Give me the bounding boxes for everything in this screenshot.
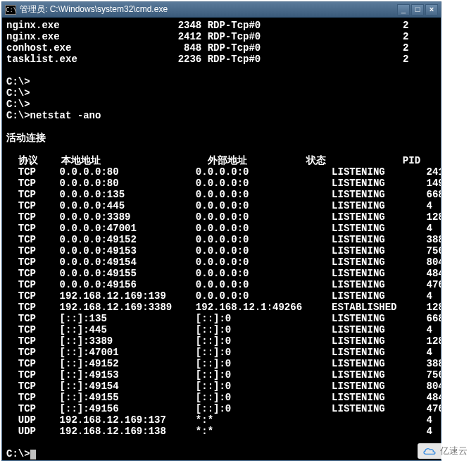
terminal-line	[6, 437, 437, 448]
terminal-line: TCP [::]:49153 [::]:0 LISTENING 756	[6, 369, 437, 381]
terminal-line: TCP [::]:49152 [::]:0 LISTENING 388	[6, 358, 437, 369]
titlebar[interactable]: C:\ 管理员: C:\Windows\system32\cmd.exe _ □…	[2, 2, 441, 18]
terminal-line	[6, 121, 437, 132]
terminal-line: TCP 0.0.0.0:49152 0.0.0.0:0 LISTENING 38…	[6, 234, 437, 245]
window-title: 管理员: C:\Windows\system32\cmd.exe	[20, 4, 397, 16]
terminal-line: TCP 0.0.0.0:445 0.0.0.0:0 LISTENING 4	[6, 200, 437, 211]
terminal-line: tasklist.exe 2236 RDP-Tcp#0 2 5,836 K	[6, 54, 437, 65]
terminal-line: TCP 0.0.0.0:49155 0.0.0.0:0 LISTENING 48…	[6, 268, 437, 279]
terminal-line: TCP 0.0.0.0:47001 0.0.0.0:0 LISTENING 4	[6, 223, 437, 234]
terminal-line: nginx.exe 2348 RDP-Tcp#0 2 5,392 K	[6, 20, 437, 31]
terminal-line: conhost.exe 848 RDP-Tcp#0 2 3,004 K	[6, 42, 437, 54]
terminal-line: TCP 192.168.12.169:3389 192.168.12.1:492…	[6, 302, 437, 313]
minimize-button[interactable]: _	[397, 4, 410, 16]
cloud-icon	[422, 446, 437, 456]
terminal-line: TCP 0.0.0.0:80 0.0.0.0:0 LISTENING 1492	[6, 178, 437, 189]
prompt-line: C:\>	[6, 448, 437, 459]
terminal-line: C:\>	[6, 76, 437, 87]
terminal-line: TCP 0.0.0.0:80 0.0.0.0:0 LISTENING 2412	[6, 166, 437, 178]
terminal-line: TCP [::]:49155 [::]:0 LISTENING 484	[6, 392, 437, 403]
maximize-button[interactable]: □	[411, 4, 424, 16]
terminal-line: TCP [::]:3389 [::]:0 LISTENING 1284	[6, 335, 437, 347]
terminal-line: C:\>	[6, 99, 437, 110]
terminal-line: 协议 本地地址 外部地址 状态 PID	[6, 155, 437, 166]
terminal-line: TCP [::]:445 [::]:0 LISTENING 4	[6, 324, 437, 335]
close-button[interactable]: ×	[425, 4, 438, 16]
terminal-line: TCP 192.168.12.169:139 0.0.0.0:0 LISTENI…	[6, 290, 437, 302]
terminal-line: TCP [::]:49154 [::]:0 LISTENING 804	[6, 381, 437, 392]
terminal-output[interactable]: nginx.exe 2348 RDP-Tcp#0 2 5,392 Knginx.…	[2, 18, 441, 460]
cursor	[30, 450, 36, 459]
terminal-line: TCP 0.0.0.0:135 0.0.0.0:0 LISTENING 668	[6, 189, 437, 200]
terminal-line: TCP 0.0.0.0:3389 0.0.0.0:0 LISTENING 128…	[6, 211, 437, 223]
terminal-line: TCP 0.0.0.0:49156 0.0.0.0:0 LISTENING 47…	[6, 279, 437, 290]
terminal-line: UDP 192.168.12.169:138 *:* 4	[6, 426, 437, 437]
terminal-line	[6, 144, 437, 155]
terminal-line: TCP [::]:49156 [::]:0 LISTENING 476	[6, 403, 437, 414]
watermark: 亿速云	[418, 443, 472, 459]
watermark-text: 亿速云	[440, 445, 468, 457]
terminal-line: TCP [::]:47001 [::]:0 LISTENING 4	[6, 347, 437, 358]
terminal-line: TCP 0.0.0.0:49154 0.0.0.0:0 LISTENING 80…	[6, 257, 437, 268]
terminal-line: 活动连接	[6, 132, 437, 144]
terminal-line	[6, 65, 437, 76]
terminal-line: TCP 0.0.0.0:49153 0.0.0.0:0 LISTENING 75…	[6, 245, 437, 257]
terminal-line: nginx.exe 2412 RDP-Tcp#0 2 5,716 K	[6, 31, 437, 42]
cmd-icon: C:\	[5, 5, 16, 15]
terminal-line: TCP [::]:135 [::]:0 LISTENING 668	[6, 313, 437, 324]
window-controls: _ □ ×	[397, 4, 438, 16]
terminal-line: UDP 192.168.12.169:137 *:* 4	[6, 414, 437, 426]
terminal-line: C:\>	[6, 87, 437, 99]
terminal-line: C:\>netstat -ano	[6, 110, 437, 121]
cmd-window: C:\ 管理员: C:\Windows\system32\cmd.exe _ □…	[1, 1, 441, 461]
